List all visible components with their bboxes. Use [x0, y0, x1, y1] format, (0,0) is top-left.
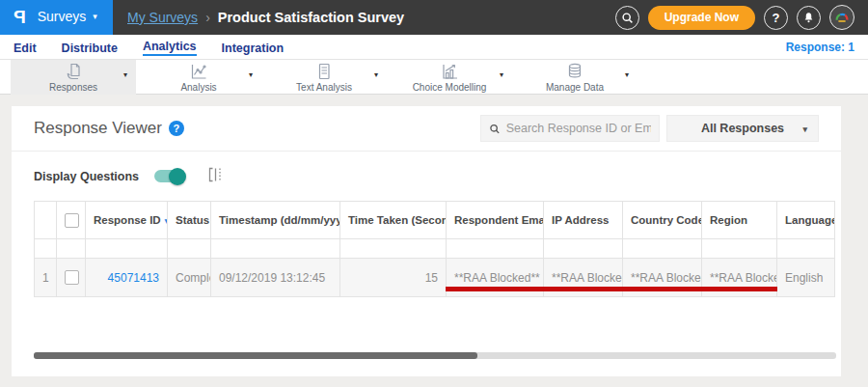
header-language: Language	[777, 202, 835, 239]
text-analysis-icon	[314, 62, 334, 81]
breadcrumb-separator-icon: ›	[205, 10, 210, 25]
response-id-link[interactable]: 45071413	[108, 271, 159, 285]
ribbon-label: Choice Modelling	[413, 82, 487, 93]
search-icon	[621, 12, 634, 24]
display-questions-label: Display Questions	[34, 170, 139, 183]
cell-language: English	[777, 259, 835, 297]
questionpro-logo-icon: P	[14, 8, 26, 26]
cell-status: Completed	[168, 259, 211, 297]
avatar-logo-icon	[833, 9, 851, 26]
tab-integration[interactable]: Integration	[222, 40, 285, 55]
annotation-highlight	[446, 287, 777, 291]
toggle-knob	[169, 168, 186, 185]
chevron-down-icon: ▾	[93, 12, 97, 21]
header-label: Country Code	[631, 214, 702, 226]
ribbon-label: Manage Data	[546, 82, 604, 93]
page-title: Product Satisfaction Survey	[218, 10, 404, 25]
product-switcher[interactable]: P Surveys ▾	[0, 0, 113, 35]
row-number: 1	[35, 259, 57, 297]
response-viewer-panel: Response Viewer ? All Responses ▾ Displa…	[12, 106, 841, 376]
filter-cell[interactable]	[544, 239, 623, 259]
header-label: Region	[710, 214, 747, 226]
responses-filter-value: All Responses	[701, 122, 784, 135]
ribbon-label: Analysis	[180, 82, 216, 93]
survey-tabs: Edit Distribute Analytics Integration Re…	[0, 35, 868, 59]
header-label: Status	[176, 214, 209, 226]
breadcrumb: My Surveys › Product Satisfaction Survey	[127, 10, 404, 25]
responses-filter-dropdown[interactable]: All Responses ▾	[666, 115, 819, 142]
row-select-cell	[57, 259, 86, 297]
filter-cell[interactable]	[168, 239, 211, 259]
header-ip-address: IP Address	[544, 202, 623, 239]
header-region: Region	[702, 202, 777, 239]
freeze-columns-button[interactable]	[208, 167, 223, 185]
search-icon	[489, 123, 501, 135]
header-label: IP Address	[552, 214, 609, 226]
bell-icon	[802, 12, 815, 24]
tab-edit[interactable]: Edit	[14, 40, 37, 55]
filter-cell[interactable]	[702, 239, 777, 259]
panel-title: Response Viewer	[34, 119, 162, 138]
header-timestamp[interactable]: Timestamp (dd/mm/yyyy)⇅	[211, 202, 340, 239]
header-status: Status	[168, 202, 211, 239]
header-label: Timestamp (dd/mm/yyyy)	[219, 214, 340, 226]
header-label: Time Taken (Seconds)	[348, 214, 447, 226]
choice-modelling-icon	[440, 62, 459, 81]
header-select-all	[57, 202, 86, 239]
header-row-number	[35, 202, 57, 239]
ribbon-item-responses[interactable]: Responses ▾	[11, 60, 136, 95]
header-label: Language	[785, 214, 835, 226]
filter-cell[interactable]	[623, 239, 702, 259]
filter-cell	[35, 239, 57, 259]
table-controls: Display Questions	[12, 152, 841, 201]
chevron-down-icon: ▾	[625, 70, 629, 79]
filter-cell[interactable]	[211, 239, 340, 259]
ribbon-item-analysis[interactable]: Analysis ▾	[136, 60, 261, 95]
tab-analytics[interactable]: Analytics	[143, 38, 197, 56]
filter-row	[35, 239, 835, 259]
header-country-code: Country Code	[623, 202, 702, 239]
display-questions-toggle[interactable]	[154, 170, 185, 182]
responses-table: Response ID▾ Status Timestamp (dd/mm/yyy…	[34, 201, 835, 297]
ribbon-label: Responses	[49, 82, 97, 93]
user-avatar[interactable]	[829, 5, 854, 30]
header-time-taken[interactable]: Time Taken (Seconds)⇅	[340, 202, 447, 239]
tab-distribute[interactable]: Distribute	[62, 40, 118, 55]
search-button[interactable]	[615, 6, 639, 30]
row-checkbox[interactable]	[65, 270, 79, 285]
help-icon[interactable]: ?	[169, 121, 184, 136]
filter-cell[interactable]	[86, 239, 168, 259]
header-label: Respondent Email	[454, 214, 544, 226]
search-input[interactable]	[506, 122, 651, 135]
chevron-down-icon: ▾	[249, 70, 253, 79]
ribbon-item-text-analysis[interactable]: Text Analysis ▾	[261, 60, 387, 95]
help-button[interactable]: ?	[764, 6, 788, 30]
panel-header: Response Viewer ? All Responses ▾	[12, 106, 841, 152]
filter-cell	[57, 239, 86, 259]
freeze-columns-icon	[208, 167, 223, 182]
upgrade-now-button[interactable]: Upgrade Now	[648, 6, 755, 30]
response-search	[480, 115, 660, 142]
notifications-button[interactable]	[797, 6, 821, 30]
header-respondent-email: Respondent Email	[447, 202, 544, 239]
ribbon-item-manage-data[interactable]: Manage Data ▾	[512, 60, 637, 95]
responses-icon	[64, 62, 83, 81]
ribbon-item-choice-modelling[interactable]: Choice Modelling ▾	[387, 60, 512, 95]
header-response-id[interactable]: Response ID▾	[86, 202, 168, 239]
select-all-checkbox[interactable]	[65, 213, 79, 228]
filter-cell[interactable]	[447, 239, 544, 259]
cell-response-id: 45071413	[86, 259, 168, 297]
filter-cell[interactable]	[777, 239, 835, 259]
breadcrumb-my-surveys[interactable]: My Surveys	[127, 10, 198, 25]
header-label: Response ID	[94, 214, 161, 226]
responses-table-wrap: Response ID▾ Status Timestamp (dd/mm/yyy…	[34, 201, 835, 297]
chevron-down-icon: ▾	[802, 124, 807, 134]
horizontal-scrollbar[interactable]	[34, 352, 836, 359]
chevron-down-icon: ▾	[123, 70, 127, 79]
analysis-icon	[189, 62, 208, 81]
scrollbar-thumb[interactable]	[34, 352, 477, 359]
response-count-badge: Response: 1	[786, 41, 854, 54]
filter-cell[interactable]	[340, 239, 447, 259]
table-header-row: Response ID▾ Status Timestamp (dd/mm/yyy…	[35, 202, 835, 239]
chevron-down-icon: ▾	[500, 70, 503, 79]
